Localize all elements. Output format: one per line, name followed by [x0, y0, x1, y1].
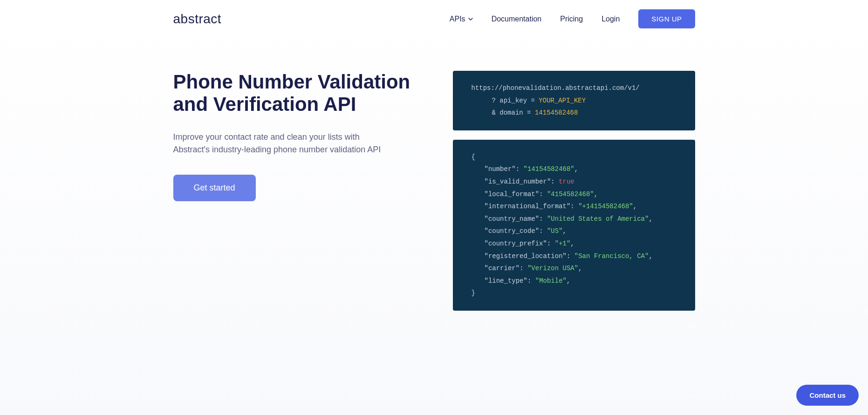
hero-content: Phone Number Validation and Verification… — [173, 71, 416, 201]
get-started-button[interactable]: Get started — [173, 175, 256, 201]
response-field: "registered_location": "San Francisco, C… — [472, 250, 677, 263]
nav-documentation[interactable]: Documentation — [492, 15, 542, 23]
response-field: "number": "14154582468", — [472, 163, 677, 176]
nav: abstract APIs Documentation Pricing Logi… — [173, 9, 695, 28]
header: abstract APIs Documentation Pricing Logi… — [0, 0, 868, 38]
nav-apis-label: APIs — [450, 15, 465, 23]
signup-button[interactable]: SIGN UP — [638, 9, 695, 28]
nav-apis[interactable]: APIs — [450, 15, 473, 23]
response-code-block: { "number": "14154582468","is_valid_numb… — [453, 140, 695, 311]
response-field: "country_code": "US", — [472, 225, 677, 238]
logo[interactable]: abstract — [173, 12, 222, 27]
response-field: "local_format": "4154582468", — [472, 188, 677, 201]
response-field: "country_prefix": "+1", — [472, 238, 677, 250]
response-field: "line_type": "Mobile", — [472, 275, 677, 287]
response-close-brace: } — [472, 287, 677, 299]
nav-links: APIs Documentation Pricing Login SIGN UP — [450, 9, 695, 28]
response-field: "carrier": "Verizon USA", — [472, 262, 677, 275]
request-code-block: https://phonevalidation.abstractapi.com/… — [453, 71, 695, 130]
nav-pricing[interactable]: Pricing — [560, 15, 583, 23]
nav-login[interactable]: Login — [601, 15, 620, 23]
code-examples: https://phonevalidation.abstractapi.com/… — [453, 71, 695, 311]
response-field: "is_valid_number": true — [472, 176, 677, 188]
request-param-domain: & domain = 14154582468 — [472, 107, 677, 119]
contact-us-button[interactable]: Contact us — [796, 385, 859, 406]
request-param-apikey: ? api_key = YOUR_API_KEY — [472, 95, 677, 107]
main: Phone Number Validation and Verification… — [0, 38, 868, 348]
page-title: Phone Number Validation and Verification… — [173, 71, 416, 116]
response-field: "international_format": "+14154582468", — [472, 200, 677, 213]
response-open-brace: { — [472, 151, 677, 163]
chevron-down-icon — [468, 18, 473, 20]
page-subtitle: Improve your contact rate and clean your… — [173, 131, 397, 156]
response-field: "country_name": "United States of Americ… — [472, 213, 677, 225]
request-url: https://phonevalidation.abstractapi.com/… — [472, 82, 677, 95]
